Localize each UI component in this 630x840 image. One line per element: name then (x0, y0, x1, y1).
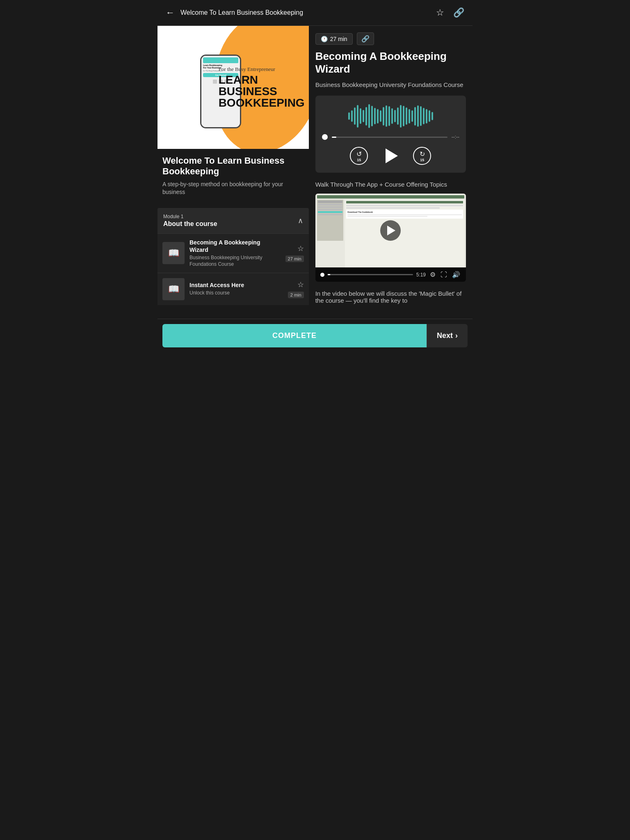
rewind-icon: ↺ 15 (350, 147, 368, 165)
video-settings-button[interactable]: ⚙ (429, 270, 436, 279)
next-button[interactable]: Next › (427, 324, 468, 347)
waveform-bar (394, 110, 396, 122)
duration-text: 27 min (330, 36, 347, 42)
item-duration-2: 2 min (288, 292, 304, 298)
waveform-bar (354, 107, 356, 125)
video-thumbnail[interactable]: Download The Guidebook (315, 194, 466, 282)
main-content: Learn BookkeepingFor Your Business for T… (158, 26, 472, 319)
item-info-2: Instant Access Here Unlock this course (189, 281, 283, 297)
waveform-bar (409, 109, 410, 123)
overlay-script-text: For the Busy Entrepreneur (219, 66, 301, 73)
item-thumb-1: 📖 (162, 242, 185, 264)
header-title: Welcome To Learn Business Bookkeeping (180, 9, 303, 16)
course-title-main: Welcome To Learn Business Bookkeeping (162, 155, 304, 177)
video-controls-bar: 5:19 ⚙ ⛶ 🔊 (315, 267, 466, 282)
waveform-bar (423, 108, 425, 124)
waveform-bar (357, 105, 358, 128)
bookmark-icon-2[interactable]: ☆ (297, 280, 304, 289)
progress-bar-container[interactable] (332, 137, 447, 138)
progress-dot (322, 134, 328, 140)
waveform-bar (371, 106, 373, 126)
magic-text: In the video below we will discuss the '… (315, 290, 466, 304)
item-title-2: Instant Access Here (189, 281, 283, 289)
course-subtitle: A step-by-step method on bookkeeping for… (162, 180, 304, 196)
item-title-1: Becoming A Bookkeeping Wizard (189, 239, 281, 253)
image-text-overlay: For the Busy Entrepreneur LEARN BUSINESS… (219, 66, 301, 109)
item-meta-1: ☆ 27 min (285, 244, 304, 262)
video-progress-dot (320, 273, 324, 277)
video-bar-track[interactable] (328, 274, 413, 275)
video-overlay (315, 194, 466, 267)
item-thumb-2: 📖 (162, 278, 185, 300)
link-badge[interactable]: 🔗 (357, 32, 374, 45)
duration-row: 🕐 27 min 🔗 (315, 32, 466, 45)
waveform-bar (351, 110, 353, 122)
next-label: Next (437, 331, 453, 340)
section-description: Walk Through The App + Course Offering T… (315, 181, 466, 188)
module-label: Module 1 (163, 214, 217, 219)
video-volume-button[interactable]: 🔊 (451, 270, 461, 279)
bookmark-button[interactable]: ☆ (434, 6, 446, 20)
video-play-button[interactable] (380, 220, 401, 241)
progress-row[interactable]: --:-- (322, 134, 459, 140)
progress-bar-fill (332, 137, 336, 138)
left-panel: Learn BookkeepingFor Your Business for T… (158, 26, 309, 305)
rewind-button[interactable]: ↺ 15 (350, 147, 368, 165)
play-button[interactable] (380, 146, 401, 166)
module-name: About the course (163, 220, 217, 228)
share-link-button[interactable]: 🔗 (452, 6, 466, 20)
clock-icon: 🕐 (321, 36, 328, 42)
course-info: Welcome To Learn Business Bookkeeping A … (158, 149, 309, 203)
course-item-1[interactable]: 📖 Becoming A Bookkeeping Wizard Business… (158, 233, 309, 273)
item-subtitle-2: Unlock this course (189, 290, 283, 297)
waveform-bar (377, 109, 379, 123)
video-play-triangle-icon (387, 226, 395, 235)
waveform-bar (374, 108, 376, 124)
audio-player: --:-- ↺ 15 ↻ 15 (315, 96, 466, 173)
waveform-bar (406, 107, 407, 125)
complete-button[interactable]: COMPLETE (162, 324, 427, 347)
link-icon: 🔗 (361, 35, 370, 43)
module-header[interactable]: Module 1 About the course ∧ (158, 208, 309, 233)
controls-row: ↺ 15 ↻ 15 (322, 146, 459, 166)
duration-badge: 🕐 27 min (315, 33, 353, 45)
waveform-bar (429, 110, 430, 122)
header: ← Welcome To Learn Business Bookkeeping … (158, 0, 472, 26)
forward-icon: ↻ 15 (413, 147, 431, 165)
waveform-bar (383, 107, 384, 126)
content-source: Business Bookkeeping University Foundati… (315, 80, 466, 89)
waveform (322, 104, 459, 128)
forward-button[interactable]: ↻ 15 (413, 147, 431, 165)
bottom-bar: COMPLETE Next › (158, 319, 472, 352)
waveform-bar (388, 106, 390, 126)
content-title: Becoming A Bookkeeping Wizard (315, 50, 466, 75)
waveform-bar (431, 112, 433, 120)
back-button[interactable]: ← (164, 6, 176, 20)
waveform-bar (360, 108, 361, 124)
module-section: Module 1 About the course ∧ 📖 Becoming A… (158, 208, 309, 305)
header-icons: ☆ 🔗 (434, 6, 466, 20)
course-image: Learn BookkeepingFor Your Business for T… (158, 26, 309, 149)
waveform-bar (391, 108, 393, 124)
waveform-bar (397, 107, 399, 125)
video-thumb-img: Download The Guidebook (315, 194, 466, 267)
right-panel: 🕐 27 min 🔗 Becoming A Bookkeeping Wizard… (309, 26, 472, 319)
bookmark-icon-1[interactable]: ☆ (297, 244, 304, 253)
overlay-bold-text: LEARN BUSINESS BOOKKEEPING (219, 74, 301, 109)
waveform-bar (411, 110, 413, 122)
waveform-bar (403, 106, 404, 126)
video-bar-fill (328, 274, 330, 275)
item-duration-1: 27 min (285, 256, 304, 262)
video-time-label: 5:19 (416, 272, 426, 278)
waveform-bar (426, 109, 427, 123)
waveform-bar (348, 112, 350, 120)
chevron-up-icon: ∧ (298, 216, 303, 225)
waveform-bar (400, 105, 402, 128)
course-item-2[interactable]: 📖 Instant Access Here Unlock this course… (158, 273, 309, 305)
waveform-bar (368, 104, 370, 128)
module-info: Module 1 About the course (163, 214, 217, 228)
next-chevron-icon: › (455, 331, 458, 340)
waveform-bar (414, 107, 416, 126)
video-fullscreen-button[interactable]: ⛶ (440, 270, 448, 279)
time-label: --:-- (452, 134, 459, 140)
